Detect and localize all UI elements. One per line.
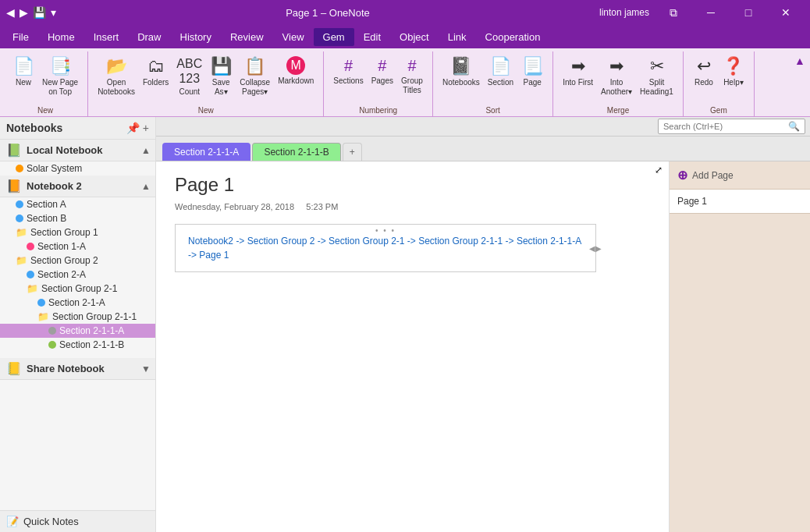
section-b-dot: [16, 215, 23, 222]
save-as-button[interactable]: 💾 Save As▾: [207, 55, 235, 98]
pages-numbering-label: Pages: [371, 76, 393, 86]
new-page-on-top-button[interactable]: 📑 New Page on Top: [39, 55, 81, 98]
split-heading1-label: Split Heading1: [640, 78, 673, 97]
page-expand-button[interactable]: ⤢: [655, 165, 663, 176]
minimize-button[interactable]: ─: [693, 0, 729, 25]
menu-review[interactable]: Review: [221, 28, 273, 46]
folders-button[interactable]: 🗂 Folders: [140, 55, 172, 89]
section-b-label: Section B: [27, 213, 66, 224]
sidebar-item-section-group-2[interactable]: 📁 Section Group 2: [0, 254, 155, 268]
ribbon-group-gem: ↩ Redo ❓ Help▾ Gem: [684, 51, 755, 116]
section-sort-label: Section: [488, 78, 513, 87]
tab-section-2-1-1-b[interactable]: Section 2-1-1-B: [252, 143, 340, 161]
into-another-button[interactable]: ➡ Into Another▾: [598, 55, 635, 98]
notebook-share[interactable]: 📒 Share Notebook ▼: [0, 358, 155, 380]
into-first-button[interactable]: ➡ Into First: [560, 55, 596, 89]
quick-notes-button[interactable]: 📝 Quick Notes: [0, 510, 155, 532]
notebook-local-icon: 📗: [6, 143, 22, 158]
notebook-2-icon: 📙: [6, 179, 22, 193]
sections-numbering-label: Sections: [333, 76, 363, 86]
sidebar-item-section-2-1-1-b[interactable]: Section 2-1-1-B: [0, 338, 155, 352]
search-bar: 🔍: [658, 119, 805, 134]
menu-insert[interactable]: Insert: [84, 28, 129, 46]
forward-button[interactable]: ▶: [20, 6, 28, 19]
collapse-pages-label: Collapse Pages▾: [240, 78, 270, 97]
sidebar-item-section-group-1[interactable]: 📁 Section Group 1: [0, 225, 155, 239]
page-time: 5:23 PM: [306, 202, 338, 211]
section-sort-icon: 📄: [490, 56, 511, 76]
folders-label: Folders: [143, 78, 169, 87]
menu-history[interactable]: History: [171, 28, 221, 46]
sidebar-item-section-1a[interactable]: Section 1-A: [0, 239, 155, 254]
sidebar-item-solar-system[interactable]: Solar System: [0, 161, 155, 176]
notebook-2[interactable]: 📙 Notebook 2 ▲: [0, 176, 155, 197]
sidebar-item-section-group-2-1[interactable]: 📁 Section Group 2-1: [0, 282, 155, 296]
ribbon-group-merge: ➡ Into First ➡ Into Another▾ ✂ Split Hea…: [553, 51, 684, 116]
count-button[interactable]: ABC123 Count: [173, 55, 205, 98]
page-sort-button[interactable]: 📃 Page: [518, 55, 546, 89]
menu-file[interactable]: File: [3, 28, 38, 46]
ribbon-collapse-button[interactable]: ▲: [794, 51, 810, 116]
pages-numbering-button[interactable]: # Pages: [368, 55, 396, 87]
ribbon-group-open-label: New: [198, 106, 214, 115]
help-button[interactable]: ❓ Help▾: [719, 55, 748, 89]
new-button[interactable]: 📄 New: [9, 55, 37, 89]
menu-view[interactable]: View: [273, 28, 314, 46]
section-a-label: Section A: [27, 199, 66, 210]
maximize-button[interactable]: □: [730, 0, 766, 25]
save-button[interactable]: 💾: [33, 6, 46, 19]
new-page-on-top-icon: 📑: [50, 56, 71, 76]
page-list-item-page1[interactable]: Page 1: [670, 190, 810, 214]
redo-label: Redo: [695, 78, 713, 87]
note-box-resize-handle[interactable]: ◀▶: [589, 244, 602, 253]
sidebar-item-section-2-1-1-a[interactable]: Section 2-1-1-A: [0, 324, 155, 338]
collapse-pages-button[interactable]: 📋 Collapse Pages▾: [236, 55, 273, 98]
add-section-tab-button[interactable]: +: [343, 143, 362, 161]
notebook-local[interactable]: 📗 Local Notebook ▲: [0, 140, 155, 161]
page-sort-label: Page: [523, 78, 541, 87]
tab-section-2-1-1-a[interactable]: Section 2-1-1-A: [162, 143, 250, 161]
solar-system-label: Solar System: [27, 163, 82, 174]
menu-gem[interactable]: Gem: [314, 28, 354, 46]
sidebar-item-section-2a[interactable]: Section 2-A: [0, 268, 155, 282]
sidebar-item-section-b[interactable]: Section B: [0, 211, 155, 225]
open-notebooks-button[interactable]: 📂 Open Notebooks: [94, 55, 138, 98]
redo-button[interactable]: ↩ Redo: [690, 55, 718, 89]
section-group-1-icon: 📁: [16, 227, 27, 238]
add-page-button[interactable]: ⊕ Add Page: [670, 161, 810, 190]
sidebar-item-section-a[interactable]: Section A: [0, 197, 155, 211]
sidebar-pin-button[interactable]: 📌: [126, 122, 140, 134]
markdown-button[interactable]: M Markdown: [275, 55, 317, 87]
menu-draw[interactable]: Draw: [128, 28, 170, 46]
back-button[interactable]: ◀: [6, 6, 15, 19]
section-1a-label: Section 1-A: [37, 241, 86, 252]
section-2a-label: Section 2-A: [37, 269, 86, 280]
sidebar-item-section-2-1-a[interactable]: Section 2-1-A: [0, 296, 155, 310]
help-label: Help▾: [723, 78, 744, 87]
section-1a-dot: [27, 243, 34, 250]
split-heading1-button[interactable]: ✂ Split Heading1: [637, 55, 677, 98]
menu-cooperation[interactable]: Cooperation: [476, 28, 550, 46]
main-area: Notebooks 📌 + 📗 Local Notebook ▲ Solar S…: [0, 117, 810, 532]
search-container: 🔍: [156, 117, 810, 137]
menu-object[interactable]: Object: [390, 28, 439, 46]
user-info: linton james: [599, 7, 649, 18]
restore-button[interactable]: ⧉: [655, 0, 691, 25]
menu-edit[interactable]: Edit: [354, 28, 390, 46]
group-titles-button[interactable]: # Group Titles: [398, 55, 426, 97]
into-another-icon: ➡: [609, 56, 623, 76]
section-group-2-icon: 📁: [16, 255, 27, 266]
sidebar-add-button[interactable]: +: [143, 122, 149, 134]
sidebar-item-section-group-2-1-1[interactable]: 📁 Section Group 2-1-1: [0, 310, 155, 324]
quick-notes-icon: 📝: [6, 516, 19, 527]
menu-home[interactable]: Home: [38, 28, 84, 46]
notebooks-sort-button[interactable]: 📓 Notebooks: [439, 55, 483, 89]
search-input[interactable]: [659, 120, 783, 133]
search-button[interactable]: 🔍: [783, 119, 805, 133]
close-button[interactable]: ✕: [768, 0, 804, 25]
dropdown-button[interactable]: ▾: [51, 6, 56, 19]
section-sort-button[interactable]: 📄 Section: [485, 55, 517, 89]
sections-numbering-button[interactable]: # Sections: [330, 55, 366, 87]
page-list: ⊕ Add Page Page 1: [670, 161, 810, 532]
menu-link[interactable]: Link: [439, 28, 476, 46]
